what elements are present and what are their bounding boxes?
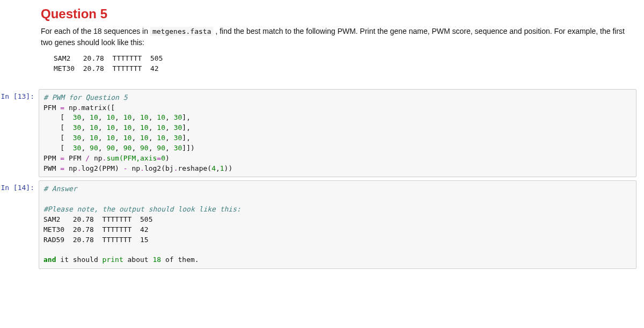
code-input-area[interactable]: # Answer #Please note, the output should… bbox=[39, 180, 636, 269]
code-content: # Answer #Please note, the output should… bbox=[43, 184, 632, 265]
code-num: 30 bbox=[174, 144, 182, 152]
code-token: , bbox=[115, 144, 123, 152]
code-num: 10 bbox=[90, 134, 98, 142]
code-line: RAD59 20.78 TTTTTTT 15 bbox=[43, 236, 149, 244]
code-line: MET30 20.78 TTTTTTT 42 bbox=[43, 225, 149, 234]
code-content: # PWM for Question 5 PFM = np.matrix([ [… bbox=[43, 93, 632, 174]
code-token: ], bbox=[182, 113, 191, 121]
code-token: PFM bbox=[64, 154, 85, 162]
code-num: 90 bbox=[123, 144, 132, 152]
code-num: 10 bbox=[123, 123, 132, 132]
code-num: 30 bbox=[174, 134, 182, 142]
code-num: 90 bbox=[157, 144, 165, 152]
code-token: matrix([ bbox=[81, 104, 115, 112]
code-token: [ bbox=[43, 134, 73, 142]
code-token: PWM bbox=[43, 164, 60, 172]
code-token: , bbox=[149, 123, 157, 132]
input-prompt: In [14]: bbox=[0, 180, 39, 192]
code-num: 4 bbox=[211, 164, 216, 172]
input-prompt: In [13]: bbox=[0, 89, 39, 100]
notebook: Question 5 For each of the 18 sequences … bbox=[0, 0, 644, 283]
code-token: np bbox=[64, 104, 77, 112]
example-output-block: SAM2 20.78 TTTTTTT 505 MET30 20.78 TTTTT… bbox=[41, 54, 631, 74]
code-token: log2(PPM) bbox=[81, 164, 123, 172]
code-num: 10 bbox=[157, 134, 165, 142]
code-token: , bbox=[115, 113, 123, 121]
code-token: , bbox=[165, 123, 174, 132]
code-num: 10 bbox=[90, 123, 98, 132]
code-token: , bbox=[81, 144, 90, 152]
code-op: - bbox=[123, 164, 128, 172]
code-token: PPM bbox=[43, 154, 60, 162]
code-token: , bbox=[165, 134, 174, 142]
code-num: 30 bbox=[73, 134, 82, 142]
code-num: 10 bbox=[106, 113, 115, 121]
code-num: 30 bbox=[73, 123, 82, 132]
code-num: 30 bbox=[174, 113, 182, 121]
code-token: , bbox=[149, 134, 157, 142]
code-token: it should bbox=[56, 256, 102, 264]
code-token: ], bbox=[182, 123, 191, 132]
code-token: , bbox=[81, 113, 90, 121]
code-num: 10 bbox=[123, 113, 132, 121]
code-num: 10 bbox=[106, 123, 115, 132]
code-token: , bbox=[81, 134, 90, 142]
code-num: 90 bbox=[90, 144, 98, 152]
code-keyword: and bbox=[43, 256, 56, 264]
code-num: 10 bbox=[90, 113, 98, 121]
code-num: 30 bbox=[73, 144, 82, 152]
code-op: . bbox=[174, 164, 178, 172]
code-token: ]]) bbox=[182, 144, 194, 152]
code-token: , bbox=[131, 144, 140, 152]
code-token: , bbox=[81, 123, 90, 132]
code-token: ], bbox=[182, 134, 191, 142]
code-cell-2: In [14]: # Answer #Please note, the outp… bbox=[0, 180, 644, 269]
code-token: )) bbox=[224, 164, 233, 172]
question-prose: For each of the 18 sequences in metgenes… bbox=[41, 26, 631, 48]
code-token: , bbox=[149, 113, 157, 121]
code-token: np bbox=[128, 164, 140, 172]
code-num: 1 bbox=[220, 164, 224, 172]
code-comment: # Answer bbox=[43, 185, 77, 193]
code-token: ) bbox=[165, 154, 170, 162]
filename-inline-code: metgenes.fasta bbox=[150, 27, 214, 36]
code-num: 30 bbox=[73, 113, 82, 121]
code-token: , bbox=[165, 113, 174, 121]
code-op: = bbox=[157, 154, 161, 162]
code-builtin: sum(PFM,axis bbox=[106, 154, 157, 162]
code-token: , bbox=[216, 164, 220, 172]
code-line: SAM2 20.78 TTTTTTT 505 bbox=[43, 215, 153, 223]
code-token: [ bbox=[43, 123, 73, 132]
code-comment: #Please note, the output should look lik… bbox=[43, 205, 241, 213]
code-num: 90 bbox=[140, 144, 149, 152]
code-num: 90 bbox=[106, 144, 115, 152]
code-token: [ bbox=[43, 113, 73, 121]
code-input-area[interactable]: # PWM for Question 5 PFM = np.matrix([ [… bbox=[39, 89, 636, 178]
code-num: 18 bbox=[153, 256, 162, 264]
code-token: , bbox=[131, 123, 140, 132]
code-num: 10 bbox=[140, 113, 149, 121]
code-token: np bbox=[90, 154, 102, 162]
code-token: , bbox=[98, 144, 107, 152]
code-cell-1: In [13]: # PWM for Question 5 PFM = np.m… bbox=[0, 89, 644, 178]
code-token: , bbox=[98, 113, 107, 121]
markdown-cell: Question 5 For each of the 18 sequences … bbox=[41, 0, 633, 86]
code-num: 10 bbox=[140, 123, 149, 132]
code-token: , bbox=[149, 144, 157, 152]
code-num: 10 bbox=[157, 113, 165, 121]
question-heading: Question 5 bbox=[41, 6, 631, 21]
code-op: = bbox=[60, 104, 64, 112]
code-token: np bbox=[64, 164, 77, 172]
code-num: 10 bbox=[123, 134, 132, 142]
code-token: , bbox=[131, 134, 140, 142]
code-token: , bbox=[115, 134, 123, 142]
code-num: 10 bbox=[140, 134, 149, 142]
code-token: about bbox=[123, 256, 153, 264]
code-num: 30 bbox=[174, 123, 182, 132]
prose-pre: For each of the 18 sequences in bbox=[41, 27, 150, 35]
code-op: . bbox=[140, 164, 144, 172]
code-op: = bbox=[60, 154, 64, 162]
code-op: = bbox=[60, 164, 64, 172]
code-builtin: print bbox=[103, 256, 123, 264]
code-token: of them. bbox=[161, 256, 199, 264]
